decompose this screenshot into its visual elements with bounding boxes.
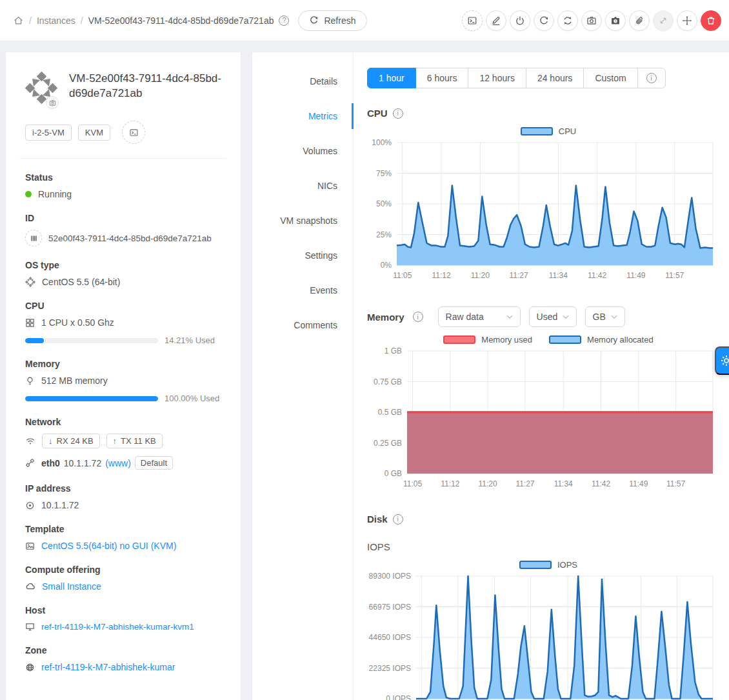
attach-iso-button[interactable] [629,10,650,31]
console-button[interactable] [462,10,483,31]
centos-icon [25,277,35,287]
console-icon [467,15,477,26]
info-icon[interactable]: i [393,108,403,119]
time-range-custom[interactable]: Custom [583,68,637,88]
time-range-1-hour[interactable]: 1 hour [367,68,416,88]
home-icon[interactable] [13,15,24,26]
tab-volumes[interactable]: Volumes [252,134,353,168]
info-icon[interactable]: i [393,514,403,525]
svg-text:11:57: 11:57 [665,271,684,280]
time-range-24-hours[interactable]: 24 hours [526,68,584,88]
trash-icon [706,15,716,26]
cpu-label: CPU [25,301,226,311]
snapshot-button[interactable] [581,10,602,31]
chevron-down-icon [506,315,513,319]
destroy-button[interactable] [701,10,721,31]
status-label: Status [25,172,226,183]
template-link[interactable]: CentOS 5.5(64-bit) no GUI (KVM) [41,541,176,551]
refresh-button[interactable]: Refresh [298,10,366,31]
tab-settings[interactable]: Settings [252,238,353,273]
memory-chart: 11:0511:1211:2011:2711:3411:4211:4911:57… [367,346,729,492]
memory-chart-title: Memory [367,312,404,323]
time-range-6-hours[interactable]: 6 hours [415,68,469,88]
tab-comments[interactable]: Comments [252,308,353,343]
memory-unit-select[interactable]: GB [585,306,625,327]
svg-text:44650 IOPS: 44650 IOPS [369,633,411,642]
time-range-selector: 1 hour 6 hours 12 hours 24 hours Custom … [367,68,666,88]
cpu-chart: 11:0511:1211:2011:2711:3411:4211:4911:57… [367,137,729,283]
svg-text:25%: 25% [376,230,392,239]
legend-swatch [549,335,581,344]
time-range-info[interactable]: i [637,68,666,88]
nic-default-badge: Default [135,456,173,470]
power-icon [515,15,525,26]
tx-chip: ↑TX 11 KB [106,434,163,448]
scale-vm-button[interactable] [653,10,674,31]
svg-text:11:57: 11:57 [666,479,685,488]
svg-text:0.75 GB: 0.75 GB [374,377,402,386]
edit-button[interactable] [486,10,506,31]
svg-text:11:20: 11:20 [479,479,497,488]
tab-events[interactable]: Events [252,273,353,308]
status-value: Running [38,189,72,199]
breadcrumb-vm-name: VM-52e00f43-7911-4dc4-85bd-d69de7a721ab [88,15,274,26]
svg-text:0%: 0% [381,261,392,270]
nic-name: eth0 [41,458,60,468]
iops-legend[interactable]: IOPS [367,560,729,570]
cloud-icon [25,581,35,592]
api-link-icon [25,458,35,468]
svg-text:1 GB: 1 GB [384,346,402,355]
help-icon[interactable]: ? [279,15,289,26]
compute-offering-link[interactable]: Small Instance [42,581,101,592]
reboot-button[interactable] [534,10,554,31]
ip-address-value: 10.1.1.72 [41,500,79,510]
migrate-button[interactable] [677,10,697,31]
stop-button[interactable] [510,10,530,31]
svg-text:11:42: 11:42 [592,479,610,488]
zone-label: Zone [25,645,226,655]
location-ring-icon [25,501,35,510]
svg-text:0.5 GB: 0.5 GB [378,408,402,417]
nic-network-link[interactable]: (www) [105,458,131,468]
memory-data-select[interactable]: Raw data [438,306,521,327]
recurring-snapshot-button[interactable] [605,10,626,31]
tab-details[interactable]: Details [252,64,353,99]
cpu-value: 1 CPU x 0.50 Ghz [41,317,114,328]
svg-text:22325 IOPS: 22325 IOPS [369,664,411,673]
memory-metric-select[interactable]: Used [529,306,577,327]
cpu-used-label: 14.21% Used [165,335,226,345]
desktop-icon [25,622,35,632]
gear-icon [720,354,729,367]
barcode-icon[interactable] [25,230,42,246]
memory-legend[interactable]: Memory used Memory allocated [367,335,729,345]
tab-vm-snapshots[interactable]: VM snapshots [252,203,353,238]
tab-nics[interactable]: NICs [252,168,353,203]
edit-pencil-icon [491,15,501,26]
breadcrumb-instances[interactable]: Instances [37,15,75,26]
svg-text:11:34: 11:34 [549,271,568,280]
appstore-icon [25,318,35,328]
host-link[interactable]: ref-trl-4119-k-M7-abhishek-kumar-kvm1 [41,622,194,632]
console-shortcut-button[interactable] [122,121,145,144]
iops-subtitle: IOPS [367,541,729,552]
svg-text:11:27: 11:27 [510,271,528,280]
cpu-legend[interactable]: CPU [367,126,729,136]
svg-text:50%: 50% [376,199,392,208]
compute-offering-label: Compute offering [25,565,226,575]
divider [20,158,226,159]
svg-text:0 IOPS: 0 IOPS [386,694,411,700]
iops-chart: 11:0511:1211:2011:2711:3411:4211:4911:57… [367,571,729,700]
theme-settings-button[interactable] [715,346,729,375]
sync-icon [563,15,573,26]
change-icon-badge[interactable] [46,96,59,109]
info-icon[interactable]: i [413,312,423,322]
svg-text:11:34: 11:34 [554,479,573,488]
svg-text:11:20: 11:20 [471,271,490,280]
svg-text:11:42: 11:42 [588,271,606,280]
reinstall-button[interactable] [557,10,578,31]
rx-chip: ↓RX 24 KB [42,434,100,448]
chevron-down-icon [611,315,617,319]
zone-link[interactable]: ref-trl-4119-k-M7-abhishek-kumar [41,662,175,672]
tab-metrics[interactable]: Metrics [252,99,353,134]
time-range-12-hours[interactable]: 12 hours [468,68,526,88]
